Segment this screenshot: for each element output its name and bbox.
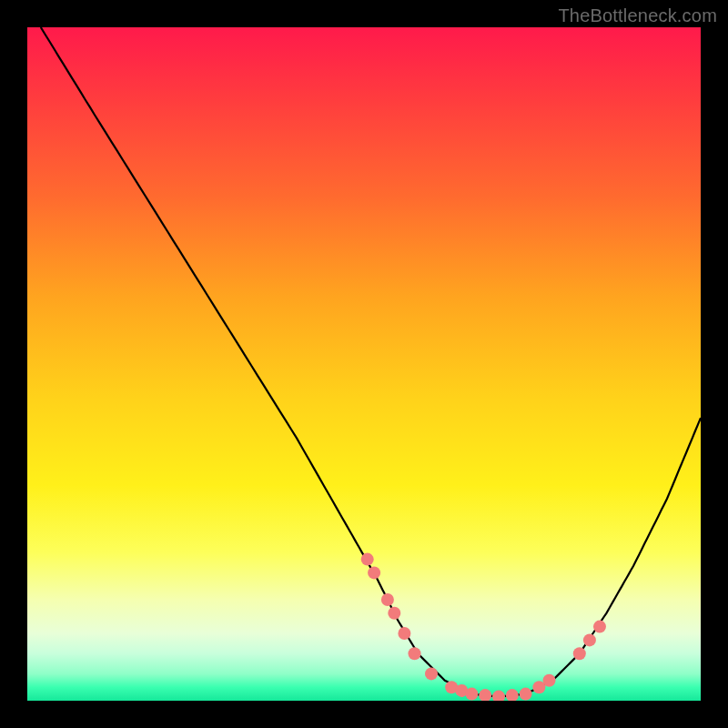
data-point-marker (593, 621, 606, 633)
watermark-text: TheBottleneck.com (558, 5, 717, 26)
data-point-marker (506, 689, 519, 701)
data-point-marker (368, 566, 380, 579)
plot-area (27, 27, 701, 701)
data-point-marker (388, 607, 400, 620)
curve-svg (27, 27, 701, 701)
data-point-marker (583, 633, 596, 646)
data-point-marker (520, 688, 532, 701)
data-point-marker (573, 647, 586, 660)
data-point-marker (409, 647, 421, 660)
data-point-marker (479, 689, 491, 701)
data-point-marker (398, 627, 410, 640)
data-point-marker (543, 674, 556, 687)
data-point-marker (492, 691, 505, 701)
bottleneck-curve (41, 27, 701, 697)
data-point-marker (381, 593, 394, 606)
data-point-marker (361, 553, 374, 566)
curve-markers (361, 553, 606, 701)
data-point-marker (465, 688, 478, 701)
chart-frame: TheBottleneck.com (0, 0, 728, 728)
data-point-marker (425, 667, 438, 680)
